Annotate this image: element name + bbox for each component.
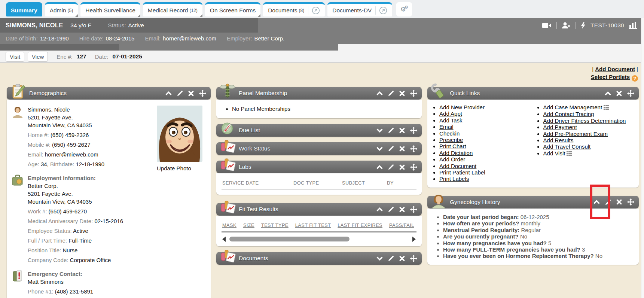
patient-name-link[interactable]: Simmons, Nicole [28, 106, 70, 113]
move-icon[interactable] [410, 127, 417, 134]
quick-link[interactable]: Add New Provider [439, 104, 485, 110]
close-icon[interactable] [188, 91, 194, 96]
tab-admin[interactable]: Admin(5) [45, 2, 78, 16]
separator: | [592, 66, 593, 72]
scroll-right-icon[interactable] [412, 237, 416, 242]
quick-link[interactable]: Print Chart [439, 143, 466, 149]
quick-link[interactable]: Email [439, 124, 454, 130]
edit-icon[interactable] [388, 127, 394, 133]
quick-link[interactable]: Print Patient Label [439, 169, 485, 176]
help-icon[interactable]: ? [632, 75, 638, 82]
column-header-link[interactable]: TEST TYPE [261, 222, 289, 228]
move-icon[interactable] [627, 90, 634, 97]
move-icon[interactable] [410, 206, 417, 213]
view-button[interactable]: View [28, 52, 48, 62]
open-in-new-icon[interactable] [375, 6, 387, 15]
edit-icon[interactable] [388, 146, 394, 152]
visit-button[interactable]: Visit [6, 52, 24, 62]
column-header: DOC TYPE [293, 180, 342, 186]
chart-id: TEST-10030 [590, 22, 624, 29]
close-icon[interactable] [616, 91, 622, 96]
quick-link[interactable]: Add Task [439, 117, 462, 124]
quick-link[interactable]: Add Case Management [543, 104, 602, 110]
close-icon[interactable] [399, 91, 405, 96]
column-header-link[interactable]: PASS/FAIL [389, 222, 414, 228]
collapse-icon[interactable] [376, 165, 383, 169]
emergency-heading: Emergency Contact: [28, 270, 93, 278]
collapse-icon[interactable] [165, 91, 172, 95]
quick-link[interactable]: Add Travel Consult [543, 143, 591, 150]
add-document-link[interactable]: Add Document [595, 66, 635, 72]
status-label: Status: [108, 22, 126, 29]
edit-icon[interactable] [388, 255, 394, 261]
edit-icon[interactable] [605, 199, 611, 205]
close-icon[interactable] [399, 146, 405, 152]
tab-on-screen-forms[interactable]: On Screen Forms [205, 2, 260, 16]
edit-icon[interactable] [177, 90, 183, 96]
quick-link[interactable]: Add Document [439, 163, 476, 169]
expand-icon[interactable] [376, 147, 383, 151]
quick-link[interactable]: Add Visit [543, 150, 565, 156]
move-icon[interactable] [410, 164, 417, 171]
open-in-new-icon[interactable] [308, 6, 320, 15]
close-icon[interactable] [399, 128, 405, 133]
tab-documents[interactable]: Documents(8) [263, 2, 325, 16]
move-icon[interactable] [410, 145, 417, 152]
select-portlets-link[interactable]: Select Portlets [591, 74, 630, 80]
scroll-left-icon[interactable] [222, 237, 226, 242]
column-header-link[interactable]: MASK [222, 222, 236, 228]
collapse-icon[interactable] [593, 200, 600, 204]
portlet-panel-membership: Panel Membership No Panel Memberships [216, 87, 422, 118]
quick-link[interactable]: Add Pre-Placement Exam [543, 131, 608, 137]
tab-documents-dv[interactable]: Documents-DV [327, 2, 392, 16]
column-header-link[interactable]: LAST FIT TEST [295, 222, 331, 228]
scrollbar-thumb[interactable] [229, 237, 350, 241]
tab-medical-record[interactable]: Medical Record(12) [143, 2, 202, 16]
move-icon[interactable] [627, 198, 634, 206]
quick-link[interactable]: Add Dictation [439, 150, 473, 156]
quick-link[interactable]: Add Appt [439, 110, 462, 117]
documents-header: Documents [216, 252, 422, 265]
add-person-icon[interactable] [562, 22, 571, 29]
quick-link[interactable]: Prescribe [439, 137, 463, 143]
collapse-icon[interactable] [376, 207, 383, 212]
close-icon[interactable] [616, 199, 622, 205]
close-icon[interactable] [399, 256, 405, 261]
quick-link[interactable]: Checkin [439, 130, 460, 137]
quick-link[interactable]: Add Driver Fitness Determination [543, 118, 626, 124]
column-header-link[interactable]: SIZE [243, 222, 254, 228]
quick-link[interactable]: Print Labels [439, 176, 469, 182]
fit-test-body: MASK SIZE TEST TYPE LAST FIT TEST LAST F… [216, 216, 422, 246]
collapse-icon[interactable] [605, 91, 611, 95]
tab-health-surveillance[interactable]: Health Surveillance [80, 2, 140, 16]
expand-icon[interactable] [376, 128, 383, 133]
lightning-bolt-icon[interactable] [581, 22, 586, 29]
horizontal-scrollbar[interactable] [222, 236, 416, 242]
portlet-title: Work Status [239, 145, 270, 152]
move-icon[interactable] [410, 255, 417, 262]
edit-icon[interactable] [388, 164, 394, 170]
quick-link[interactable]: Add Payment [543, 124, 577, 130]
edit-icon[interactable] [388, 90, 394, 96]
video-camera-icon[interactable] [542, 22, 552, 28]
move-icon[interactable] [410, 90, 417, 97]
move-icon[interactable] [199, 90, 206, 97]
quick-link[interactable]: Add Contact Tracing [543, 111, 594, 117]
edit-icon[interactable] [388, 206, 394, 212]
settings-gears-icon[interactable]: ⚙⚙ [396, 2, 412, 16]
update-photo-link[interactable]: Update Photo [157, 165, 191, 171]
portlet-column-3: Quick Links Add New Provider Add Appt Ad… [427, 87, 639, 270]
tab-count: (12) [190, 8, 198, 13]
close-icon[interactable] [399, 207, 405, 212]
page-scrollbar[interactable] [641, 18, 644, 298]
flowsheet-chart-icon[interactable] [629, 22, 637, 29]
quick-link[interactable]: Add Results [543, 137, 574, 143]
expand-icon[interactable] [376, 256, 383, 261]
close-icon[interactable] [399, 164, 405, 170]
collapse-icon[interactable] [376, 91, 383, 95]
tab-summary[interactable]: Summary [6, 2, 42, 16]
enc-date-value: 07-01-2025 [113, 53, 142, 60]
quick-link[interactable]: Add Order [439, 156, 465, 162]
column-header-link[interactable]: LAST FIT EXPIRES [338, 222, 382, 228]
tab-label: Admin [50, 7, 66, 14]
